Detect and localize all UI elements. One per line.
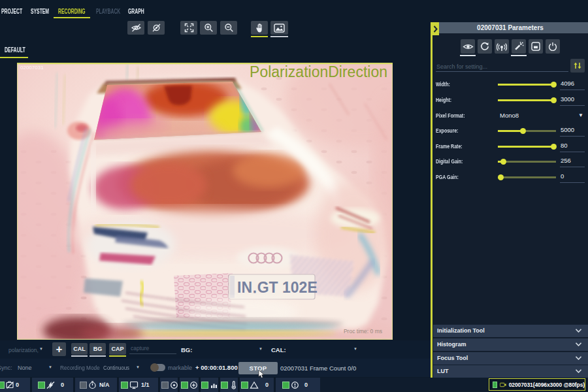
svg-text:IN․GT 102E: IN․GT 102E (237, 279, 318, 296)
